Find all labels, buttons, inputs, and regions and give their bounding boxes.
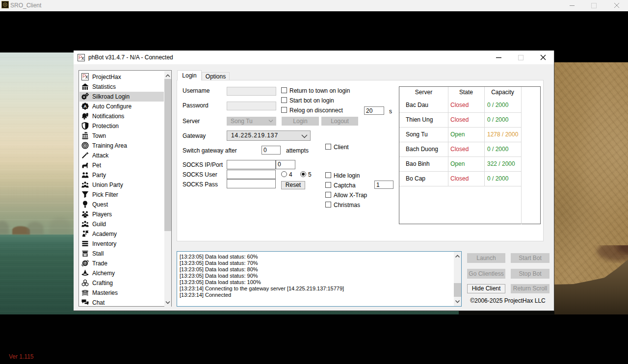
svg-text:A: A xyxy=(83,104,87,109)
